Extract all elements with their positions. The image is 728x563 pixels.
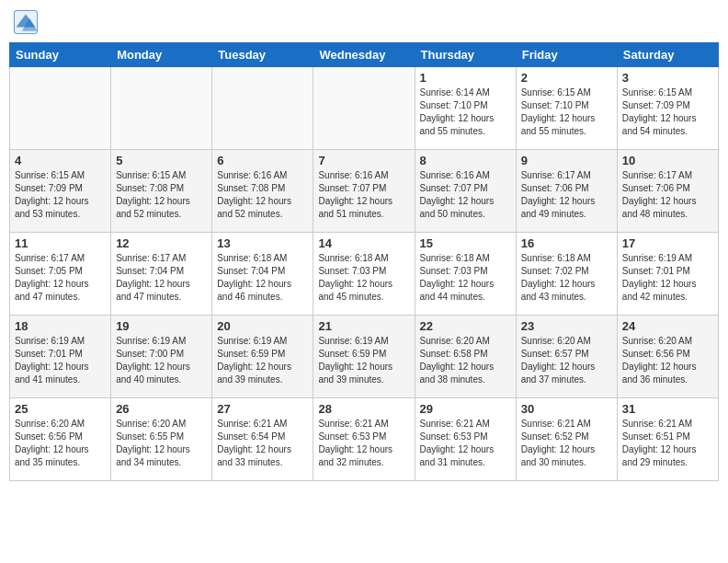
day-number: 14 — [318, 236, 409, 250]
day-info: Sunrise: 6:20 AM Sunset: 6:57 PM Dayligh… — [521, 335, 612, 386]
calendar-header-row: SundayMondayTuesdayWednesdayThursdayFrid… — [10, 43, 719, 67]
day-info: Sunrise: 6:21 AM Sunset: 6:51 PM Dayligh… — [622, 418, 713, 469]
day-info: Sunrise: 6:14 AM Sunset: 7:10 PM Dayligh… — [420, 86, 511, 138]
weekday-header: Friday — [516, 43, 617, 67]
day-info: Sunrise: 6:19 AM Sunset: 7:01 PM Dayligh… — [15, 335, 106, 386]
day-info: Sunrise: 6:15 AM Sunset: 7:09 PM Dayligh… — [622, 86, 713, 138]
calendar-cell: 2Sunrise: 6:15 AM Sunset: 7:10 PM Daylig… — [516, 67, 617, 150]
calendar-week-row: 25Sunrise: 6:20 AM Sunset: 6:56 PM Dayli… — [10, 398, 719, 481]
calendar-cell: 20Sunrise: 6:19 AM Sunset: 6:59 PM Dayli… — [212, 316, 313, 398]
day-info: Sunrise: 6:18 AM Sunset: 7:02 PM Dayligh… — [521, 252, 612, 304]
calendar-week-row: 1Sunrise: 6:14 AM Sunset: 7:10 PM Daylig… — [10, 67, 719, 150]
weekday-header: Monday — [111, 43, 212, 67]
day-number: 26 — [116, 402, 207, 416]
day-number: 23 — [521, 319, 612, 333]
day-info: Sunrise: 6:16 AM Sunset: 7:07 PM Dayligh… — [318, 169, 409, 221]
calendar-cell — [10, 67, 111, 150]
day-info: Sunrise: 6:16 AM Sunset: 7:07 PM Dayligh… — [420, 169, 511, 221]
day-number: 17 — [622, 236, 713, 250]
calendar-cell: 13Sunrise: 6:18 AM Sunset: 7:04 PM Dayli… — [212, 233, 313, 316]
calendar-cell — [212, 67, 313, 150]
day-number: 18 — [15, 319, 106, 333]
day-info: Sunrise: 6:18 AM Sunset: 7:03 PM Dayligh… — [420, 252, 511, 304]
day-info: Sunrise: 6:21 AM Sunset: 6:52 PM Dayligh… — [521, 418, 612, 469]
day-info: Sunrise: 6:20 AM Sunset: 6:56 PM Dayligh… — [15, 418, 106, 469]
calendar-cell: 26Sunrise: 6:20 AM Sunset: 6:55 PM Dayli… — [111, 398, 212, 481]
day-number: 13 — [217, 236, 308, 250]
calendar-table: SundayMondayTuesdayWednesdayThursdayFrid… — [9, 42, 719, 481]
day-info: Sunrise: 6:19 AM Sunset: 6:59 PM Dayligh… — [217, 335, 308, 386]
calendar-cell: 17Sunrise: 6:19 AM Sunset: 7:01 PM Dayli… — [617, 233, 718, 316]
day-number: 25 — [15, 402, 106, 416]
weekday-header: Wednesday — [313, 43, 415, 67]
day-number: 15 — [420, 236, 511, 250]
day-info: Sunrise: 6:19 AM Sunset: 7:00 PM Dayligh… — [116, 335, 207, 386]
day-number: 30 — [521, 402, 612, 416]
calendar-cell — [111, 67, 212, 150]
day-info: Sunrise: 6:20 AM Sunset: 6:55 PM Dayligh… — [116, 418, 207, 469]
calendar-cell: 1Sunrise: 6:14 AM Sunset: 7:10 PM Daylig… — [415, 67, 516, 150]
calendar-cell: 28Sunrise: 6:21 AM Sunset: 6:53 PM Dayli… — [313, 398, 415, 481]
calendar-cell: 22Sunrise: 6:20 AM Sunset: 6:58 PM Dayli… — [415, 316, 516, 398]
day-number: 11 — [15, 236, 106, 250]
calendar-cell: 12Sunrise: 6:17 AM Sunset: 7:04 PM Dayli… — [111, 233, 212, 316]
day-info: Sunrise: 6:15 AM Sunset: 7:10 PM Dayligh… — [521, 86, 612, 138]
calendar-cell: 10Sunrise: 6:17 AM Sunset: 7:06 PM Dayli… — [617, 150, 718, 233]
calendar-cell: 15Sunrise: 6:18 AM Sunset: 7:03 PM Dayli… — [415, 233, 516, 316]
day-number: 24 — [622, 319, 713, 333]
day-info: Sunrise: 6:21 AM Sunset: 6:53 PM Dayligh… — [420, 418, 511, 469]
calendar-cell: 5Sunrise: 6:15 AM Sunset: 7:08 PM Daylig… — [111, 150, 212, 233]
weekday-header: Thursday — [415, 43, 516, 67]
calendar-cell: 23Sunrise: 6:20 AM Sunset: 6:57 PM Dayli… — [516, 316, 617, 398]
page-header — [9, 9, 719, 35]
calendar-cell: 21Sunrise: 6:19 AM Sunset: 6:59 PM Dayli… — [313, 316, 415, 398]
logo — [13, 9, 42, 35]
day-info: Sunrise: 6:17 AM Sunset: 7:06 PM Dayligh… — [521, 169, 612, 221]
day-number: 19 — [116, 319, 207, 333]
calendar-cell: 19Sunrise: 6:19 AM Sunset: 7:00 PM Dayli… — [111, 316, 212, 398]
calendar-cell: 14Sunrise: 6:18 AM Sunset: 7:03 PM Dayli… — [313, 233, 415, 316]
day-info: Sunrise: 6:17 AM Sunset: 7:04 PM Dayligh… — [116, 252, 207, 304]
day-number: 28 — [318, 402, 409, 416]
weekday-header: Saturday — [617, 43, 718, 67]
day-number: 31 — [622, 402, 713, 416]
calendar-cell: 4Sunrise: 6:15 AM Sunset: 7:09 PM Daylig… — [10, 150, 111, 233]
day-info: Sunrise: 6:15 AM Sunset: 7:08 PM Dayligh… — [116, 169, 207, 221]
weekday-header: Tuesday — [212, 43, 313, 67]
day-number: 8 — [420, 154, 511, 167]
calendar-cell — [313, 67, 415, 150]
day-info: Sunrise: 6:21 AM Sunset: 6:53 PM Dayligh… — [318, 418, 409, 469]
calendar-cell: 30Sunrise: 6:21 AM Sunset: 6:52 PM Dayli… — [516, 398, 617, 481]
day-info: Sunrise: 6:19 AM Sunset: 7:01 PM Dayligh… — [622, 252, 713, 304]
calendar-cell: 24Sunrise: 6:20 AM Sunset: 6:56 PM Dayli… — [617, 316, 718, 398]
day-info: Sunrise: 6:17 AM Sunset: 7:06 PM Dayligh… — [622, 169, 713, 221]
day-info: Sunrise: 6:18 AM Sunset: 7:03 PM Dayligh… — [318, 252, 409, 304]
calendar-cell: 9Sunrise: 6:17 AM Sunset: 7:06 PM Daylig… — [516, 150, 617, 233]
calendar-week-row: 4Sunrise: 6:15 AM Sunset: 7:09 PM Daylig… — [10, 150, 719, 233]
calendar-cell: 18Sunrise: 6:19 AM Sunset: 7:01 PM Dayli… — [10, 316, 111, 398]
calendar-cell: 27Sunrise: 6:21 AM Sunset: 6:54 PM Dayli… — [212, 398, 313, 481]
day-info: Sunrise: 6:20 AM Sunset: 6:58 PM Dayligh… — [420, 335, 511, 386]
day-number: 6 — [217, 154, 308, 167]
day-number: 22 — [420, 319, 511, 333]
day-info: Sunrise: 6:18 AM Sunset: 7:04 PM Dayligh… — [217, 252, 308, 304]
day-number: 2 — [521, 71, 612, 85]
logo-icon — [13, 9, 39, 35]
day-info: Sunrise: 6:19 AM Sunset: 6:59 PM Dayligh… — [318, 335, 409, 386]
day-info: Sunrise: 6:15 AM Sunset: 7:09 PM Dayligh… — [15, 169, 106, 221]
day-number: 27 — [217, 402, 308, 416]
day-number: 21 — [318, 319, 409, 333]
calendar-cell: 29Sunrise: 6:21 AM Sunset: 6:53 PM Dayli… — [415, 398, 516, 481]
calendar-cell: 7Sunrise: 6:16 AM Sunset: 7:07 PM Daylig… — [313, 150, 415, 233]
calendar-cell: 6Sunrise: 6:16 AM Sunset: 7:08 PM Daylig… — [212, 150, 313, 233]
day-number: 16 — [521, 236, 612, 250]
calendar-cell: 3Sunrise: 6:15 AM Sunset: 7:09 PM Daylig… — [617, 67, 718, 150]
day-info: Sunrise: 6:20 AM Sunset: 6:56 PM Dayligh… — [622, 335, 713, 386]
calendar-cell: 16Sunrise: 6:18 AM Sunset: 7:02 PM Dayli… — [516, 233, 617, 316]
calendar-cell: 11Sunrise: 6:17 AM Sunset: 7:05 PM Dayli… — [10, 233, 111, 316]
day-number: 9 — [521, 154, 612, 167]
day-number: 3 — [622, 71, 713, 85]
weekday-header: Sunday — [10, 43, 111, 67]
calendar-cell: 31Sunrise: 6:21 AM Sunset: 6:51 PM Dayli… — [617, 398, 718, 481]
day-number: 5 — [116, 154, 207, 167]
